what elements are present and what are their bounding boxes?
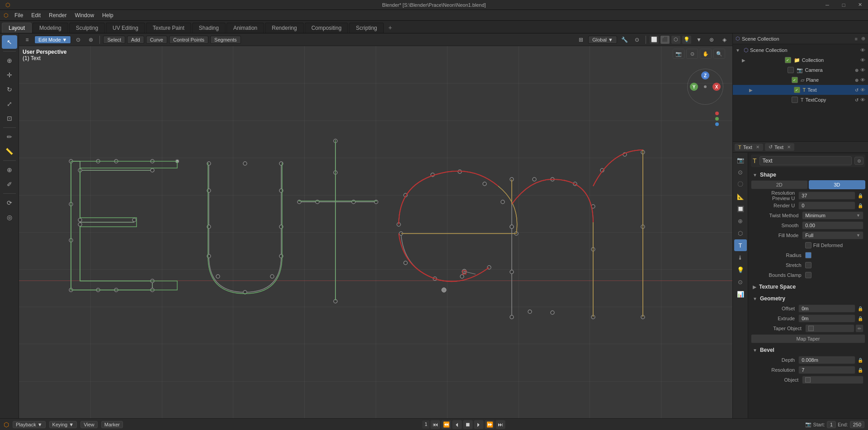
taper-object-value[interactable] (805, 324, 854, 332)
extrude-lock[interactable]: 🔒 (857, 316, 863, 321)
curve-menu[interactable]: Curve (146, 36, 167, 44)
fill-deformed-checkbox[interactable] (805, 242, 811, 248)
outliner-item-textcopy[interactable]: T TextCopy ↺ 👁 (733, 95, 868, 105)
snap-options[interactable]: 🔧 (619, 35, 630, 45)
props-tab-output[interactable]: ⊙ (734, 166, 747, 178)
select-menu[interactable]: Select (103, 36, 125, 44)
viewport-options[interactable]: ⊙ (73, 35, 84, 45)
props-object-name-field[interactable]: Text (760, 156, 852, 165)
visibility-icon[interactable]: 👁 (860, 47, 865, 53)
close-button[interactable]: ✕ (852, 0, 868, 10)
skip-to-start[interactable]: ⏮ (430, 420, 440, 429)
props-tab-view-layer[interactable]: 〇 (734, 178, 747, 190)
shape-2d-btn[interactable]: 2D (751, 180, 808, 189)
textcopy-visibility[interactable]: 👁 (860, 97, 865, 103)
text-visibility[interactable]: 👁 (860, 87, 865, 93)
offset-lock[interactable]: 🔒 (857, 306, 863, 311)
play-backward[interactable]: ⏴ (452, 420, 462, 429)
workspace-tab-rendering[interactable]: Rendering (265, 23, 303, 33)
rendered-mode[interactable]: 💡 (682, 35, 692, 44)
menu-window[interactable]: Window (71, 11, 98, 19)
maximize-button[interactable]: □ (835, 0, 852, 10)
section-geometry[interactable]: ▼ Geometry (751, 294, 865, 304)
section-bevel[interactable]: ▼ Bevel (751, 345, 865, 355)
menu-render[interactable]: Render (45, 11, 70, 19)
workspace-tab-modeling[interactable]: Modeling (33, 23, 68, 33)
play-forward[interactable]: ⏵ (474, 420, 484, 429)
menu-file[interactable]: File (11, 11, 27, 19)
taper-edit-btn[interactable]: ✏ (855, 324, 863, 332)
outliner-filter-icon[interactable]: ≡ (855, 36, 858, 42)
props-tab-physics[interactable]: ⊙ (734, 276, 747, 288)
menu-help[interactable]: Help (99, 11, 117, 19)
solid-mode[interactable]: ⬛ (660, 35, 670, 44)
outliner-filter-btn[interactable]: ⊕ (861, 36, 865, 42)
viewport-menu-btn[interactable]: ≡ (22, 35, 33, 45)
workspace-tab-animation[interactable]: Animation (226, 23, 264, 33)
orbit-btn[interactable]: ⊙ (686, 49, 698, 59)
tool-rotate[interactable]: ↻ (2, 83, 17, 96)
camera-view-btn[interactable]: 📷 (673, 49, 684, 59)
viewport-overlay[interactable]: ⊛ (85, 35, 96, 45)
keying-btn[interactable]: Keying ▼ (49, 421, 77, 428)
prop-tab-close-2[interactable]: ✕ (787, 145, 791, 150)
stop-btn[interactable]: ⏹ (463, 420, 473, 429)
workspace-tab-texture-paint[interactable]: Texture Paint (146, 23, 191, 33)
tool-move[interactable]: ✛ (2, 68, 17, 82)
section-texture-space[interactable]: ▶ Texture Space (751, 282, 865, 292)
viewport-3d[interactable]: ≡ Edit Mode ▼ ⊙ ⊛ Select Add Curve Contr… (19, 33, 732, 418)
tool-draw[interactable]: ✐ (2, 178, 17, 191)
workspace-tab-uv-editing[interactable]: UV Editing (106, 23, 145, 33)
control-points-menu[interactable]: Control Points (169, 36, 208, 44)
outliner-item-camera[interactable]: 📷 Camera ⊕ 👁 (733, 65, 868, 75)
workspace-tab-compositing[interactable]: Compositing (305, 23, 349, 33)
tool-annotate[interactable]: ✏ (2, 130, 17, 144)
props-tab-material[interactable]: 🌡 (734, 252, 747, 263)
extrude-value[interactable]: 0m (798, 314, 855, 322)
shading-options[interactable]: ▼ (693, 35, 704, 45)
resolution-preview-value[interactable]: 37 (798, 192, 855, 200)
coll-visibility[interactable]: 👁 (860, 57, 865, 63)
tool-transform[interactable]: ⊡ (2, 112, 17, 125)
outliner-item-text[interactable]: ▶ ✓ T Text ↺ 👁 (733, 85, 868, 95)
workspace-tab-shading[interactable]: Shading (192, 23, 226, 33)
3d-canvas[interactable]: User Perspective (1) Text 📷 ⊙ ✋ 🔍 Z X Y (19, 46, 732, 418)
prop-tab-close-1[interactable]: ✕ (756, 145, 760, 150)
gizmo-y-axis[interactable]: Y (690, 83, 698, 91)
text-checkbox[interactable]: ✓ (794, 87, 800, 93)
props-tab-scene[interactable]: 📐 (734, 191, 747, 202)
tool-cursor[interactable]: ⊕ (2, 54, 17, 67)
menu-edit[interactable]: Edit (28, 11, 44, 19)
collection-checkbox[interactable]: ✓ (785, 57, 791, 63)
workspace-tab-scripting[interactable]: Scripting (349, 23, 384, 33)
render-u-value[interactable]: 0 (798, 201, 855, 210)
workspace-tab-sculpting[interactable]: Sculpting (69, 23, 105, 33)
next-keyframe[interactable]: ⏩ (485, 420, 495, 429)
smooth-value[interactable]: 0.00 (802, 221, 863, 229)
bounds-clamp-checkbox[interactable] (805, 272, 811, 278)
resolution-preview-lock[interactable]: 🔒 (857, 193, 863, 198)
gizmo-x-axis[interactable]: X (712, 83, 721, 91)
textcopy-checkbox[interactable] (792, 97, 798, 103)
wireframe-mode[interactable]: ⬜ (649, 35, 659, 44)
depth-value[interactable]: 0.008m (798, 356, 855, 364)
prop-tab-text-2[interactable]: ↺ Text ✕ (765, 143, 794, 151)
twist-method-dropdown[interactable]: Minimum ▼ (802, 211, 863, 220)
add-menu[interactable]: Add (127, 36, 144, 44)
bevel-object-value[interactable] (802, 376, 863, 384)
mode-selector[interactable]: Edit Mode ▼ (34, 36, 71, 44)
render-u-lock[interactable]: 🔒 (857, 203, 863, 208)
tool-measure[interactable]: 📏 (2, 145, 17, 158)
props-settings-btn[interactable]: ⚙ (854, 157, 863, 165)
cam-visibility[interactable]: 👁 (860, 67, 865, 73)
view-btn[interactable]: View (80, 421, 98, 428)
plane-checkbox[interactable]: ✓ (792, 77, 798, 83)
axis-gizmo[interactable]: Z X Y (687, 69, 723, 105)
props-tab-world[interactable]: 🔲 (734, 203, 747, 215)
marker-btn[interactable]: Marker (101, 421, 123, 428)
prop-tab-text-data[interactable]: T Text ✕ (735, 144, 763, 151)
workspace-tab-add[interactable]: + (385, 22, 396, 33)
props-tab-modifiers[interactable]: ⬡ (734, 227, 747, 239)
outliner-item-scene-collection[interactable]: ▼ ⬡ Scene Collection 👁 (733, 45, 868, 55)
overlay-toggle[interactable]: ⊛ (706, 35, 717, 45)
